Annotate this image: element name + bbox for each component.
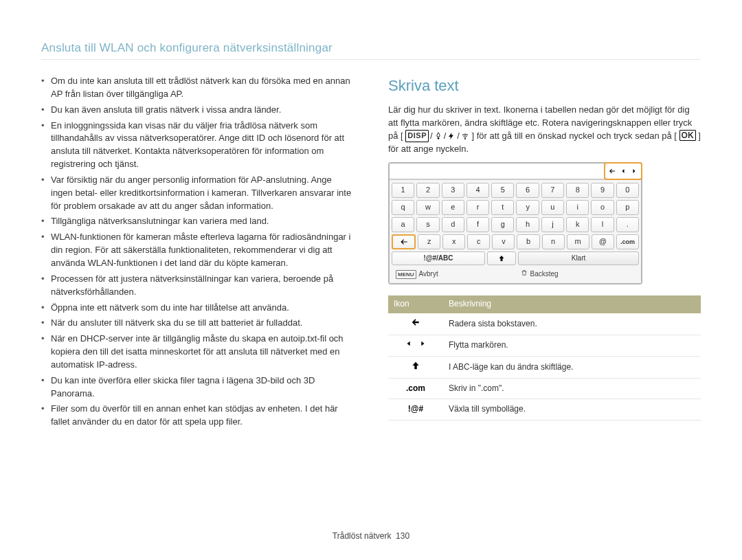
list-item: Om du inte kan ansluta till ett trådlöst… [41,75,354,101]
key-k[interactable]: k [566,217,589,232]
left-column: Om du inte kan ansluta till ett trådlöst… [41,75,354,432]
wifi-icon [461,132,469,140]
list-item: Du kan inte överföra eller skicka filer … [41,374,354,401]
icon-cell-shift [388,356,443,378]
key-7[interactable]: 7 [541,183,564,198]
footer-page-number: 130 [396,531,409,541]
table-row: I ABC-läge kan du ändra skiftläge. [388,356,701,378]
ok-icon: OK [679,130,696,141]
keyboard-function-row: !@#/ABC Klart [392,251,639,265]
key-2[interactable]: 2 [416,183,439,198]
list-item: När du ansluter till nätverk ska du se t… [41,317,354,330]
key-5[interactable]: 5 [491,183,514,198]
key-a[interactable]: a [392,217,414,232]
list-item: En inloggningssida kan visas när du välj… [41,120,354,171]
onscreen-keyboard: 1 2 3 4 5 6 7 8 9 0 q w e [388,162,642,284]
key-h[interactable]: h [516,217,539,232]
arrow-left-thick-icon [399,237,409,247]
key-backspace-alt[interactable]: Backsteg [517,267,640,281]
table-header-desc: Beskrivning [443,295,701,313]
key-b[interactable]: b [517,234,539,249]
key-n[interactable]: n [542,234,565,249]
desc-cell: I ABC-läge kan du ändra skiftläge. [443,356,701,378]
header-divider [41,59,701,60]
key-1[interactable]: 1 [392,183,414,198]
key-r[interactable]: r [466,200,489,215]
table-header-icon: Ikon [388,295,443,313]
list-item: Du kan även ansluta till gratis nätverk … [41,104,354,117]
tips-list: Om du inte kan ansluta till ett trådlöst… [41,75,354,429]
key-q[interactable]: q [392,200,414,215]
key-z[interactable]: z [418,234,440,249]
list-item: Processen för att justera nätverksinstäl… [41,273,354,299]
key-8[interactable]: 8 [566,183,589,198]
triangle-right-icon [419,339,426,348]
macro-icon [434,132,442,140]
table-row: Flytta markören. [388,335,701,356]
list-item: Tillgängliga nätverksanslutningar kan va… [41,215,354,228]
key-o[interactable]: o [591,200,614,215]
key-d[interactable]: d [442,217,464,232]
key-mode-toggle[interactable]: !@#/ABC [392,251,485,265]
keyboard-row-1: 1 2 3 4 5 6 7 8 9 0 [392,183,639,198]
key-y[interactable]: y [516,200,539,215]
cursor-right-icon[interactable] [630,167,638,175]
menu-chip-icon: MENU [396,270,416,280]
key-0[interactable]: 0 [616,183,639,198]
key-m[interactable]: m [567,234,589,249]
key-period[interactable]: . [616,217,639,232]
list-item: När en DHCP-server inte är tillgänglig m… [41,333,354,372]
backspace-label: Backsteg [530,269,559,280]
cancel-label: Avbryt [419,269,438,280]
key-shift[interactable] [487,251,516,265]
key-backspace[interactable] [392,234,416,249]
key-g[interactable]: g [491,217,514,232]
key-3[interactable]: 3 [442,183,464,198]
key-l[interactable]: l [591,217,614,232]
cursor-left-icon[interactable] [619,167,627,175]
keyboard-row-4: z x c v b n m @ .com [392,234,639,249]
intro-paragraph: Lär dig hur du skriver in text. Ikonerna… [388,104,701,156]
key-4[interactable]: 4 [466,183,489,198]
keyboard-bottom-row: MENU Avbryt Backsteg [392,267,639,281]
desc-cell: Radera sista bokstaven. [443,313,701,335]
key-u[interactable]: u [541,200,564,215]
svg-point-0 [464,139,465,139]
keyboard-cursor-controls [604,162,642,180]
icon-cell-dotcom: .com [388,378,443,399]
key-f[interactable]: f [466,217,489,232]
backspace-icon[interactable] [608,167,616,175]
section-heading: Skriva text [388,75,701,97]
desc-cell: Skriv in ".com". [443,378,701,399]
keyboard-row-3: a s d f g h j k l . [392,217,639,232]
key-at[interactable]: @ [592,234,614,249]
key-v[interactable]: v [492,234,515,249]
keyboard-text-field[interactable] [390,164,605,179]
page-header: Ansluta till WLAN och konfigurera nätver… [41,41,701,55]
key-s[interactable]: s [416,217,439,232]
keyboard-row-2: q w e r t y u i o p [392,200,639,215]
triangle-left-icon [405,339,412,348]
table-row: .com Skriv in ".com". [388,378,701,399]
arrow-up-thick-icon [497,254,506,262]
key-e[interactable]: e [442,200,464,215]
key-p[interactable]: p [616,200,639,215]
key-dotcom[interactable]: .com [616,234,639,249]
key-j[interactable]: j [541,217,564,232]
key-t[interactable]: t [491,200,514,215]
key-x[interactable]: x [442,234,465,249]
key-w[interactable]: w [416,200,439,215]
nav-key-icons: DISP/ / / [405,130,469,143]
arrow-left-thick-icon [410,317,421,327]
key-9[interactable]: 9 [591,183,614,198]
desc-cell: Växla till symbolläge. [443,399,701,420]
list-item: Öppna inte ett nätverk som du inte har t… [41,302,354,315]
key-6[interactable]: 6 [516,183,539,198]
key-cancel[interactable]: MENU Avbryt [392,267,515,281]
intro-text-b: ] för att gå till en önskad nyckel och t… [472,131,677,141]
key-c[interactable]: c [467,234,490,249]
key-done[interactable]: Klart [518,251,639,265]
desc-cell: Flytta markören. [443,335,701,356]
key-i[interactable]: i [566,200,589,215]
disp-icon: DISP [405,130,429,142]
